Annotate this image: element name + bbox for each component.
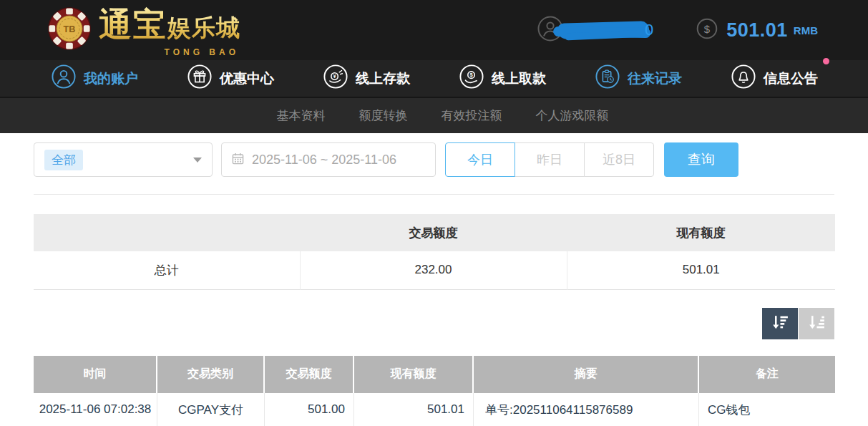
brand-en: TONG BAO bbox=[165, 47, 239, 57]
date-range-input[interactable]: 2025-11-06 ~ 2025-11-06 bbox=[221, 142, 436, 177]
nav-label: 往来记录 bbox=[628, 69, 682, 88]
dollar-circle-icon: $ bbox=[696, 18, 718, 42]
nav-item-my-account[interactable]: 我的账户 bbox=[52, 64, 138, 92]
transaction-type-select[interactable]: 全部 bbox=[34, 142, 213, 177]
sort-descending-button[interactable] bbox=[762, 308, 798, 339]
account-balance[interactable]: $ 501.01 RMB bbox=[696, 18, 818, 42]
sub-nav: 基本资料 额度转换 有效投注额 个人游戏限额 bbox=[0, 98, 868, 133]
last-8-days-button[interactable]: 近8日 bbox=[584, 142, 654, 177]
gift-icon bbox=[187, 64, 212, 92]
nav-label: 优惠中心 bbox=[220, 69, 274, 88]
col-header-type: 交易类别 bbox=[157, 356, 265, 393]
col-header-remark: 备注 bbox=[699, 356, 835, 393]
chevron-down-icon bbox=[193, 158, 202, 163]
deposit-icon: ¥ bbox=[323, 64, 348, 92]
nav-item-online-withdrawal[interactable]: $ 线上取款 bbox=[459, 64, 546, 92]
summary-total-label: 总计 bbox=[34, 251, 300, 289]
nav-label: 线上存款 bbox=[356, 69, 410, 88]
nav-item-promotions[interactable]: 优惠中心 bbox=[187, 64, 274, 92]
records-table: 时间 交易类别 交易额度 现有额度 摘要 备注 2025-11-06 07:02… bbox=[34, 356, 835, 426]
main-nav: 我的账户 优惠中心 ¥ 线上存款 bbox=[0, 60, 868, 98]
nav-item-announcements[interactable]: 信息公告 bbox=[731, 64, 818, 92]
subnav-item-basic-info[interactable]: 基本资料 bbox=[277, 107, 326, 124]
summary-transaction-amount: 232.00 bbox=[300, 251, 567, 289]
yesterday-button[interactable]: 昨日 bbox=[515, 142, 585, 177]
sort-descending-icon bbox=[771, 313, 790, 334]
nav-label: 我的账户 bbox=[84, 69, 138, 88]
records-icon bbox=[595, 64, 620, 92]
record-current-amount: 501.01 bbox=[354, 393, 474, 426]
sort-ascending-icon bbox=[807, 313, 826, 334]
summary-total-row: 总计 232.00 501.01 bbox=[34, 251, 835, 289]
user-icon bbox=[52, 64, 76, 92]
record-row: 2025-11-06 07:02:38 CGPAY支付 501.00 501.0… bbox=[34, 393, 835, 426]
nav-label: 信息公告 bbox=[764, 69, 818, 88]
summary-current-amount: 501.01 bbox=[567, 251, 835, 289]
summary-header-transaction-amount: 交易额度 bbox=[300, 214, 567, 251]
sort-controls bbox=[34, 308, 834, 339]
records-header-row: 时间 交易类别 交易额度 现有额度 摘要 备注 bbox=[34, 356, 835, 393]
nav-item-online-deposit[interactable]: ¥ 线上存款 bbox=[323, 64, 410, 92]
bell-icon bbox=[731, 64, 756, 92]
summary-header-current-amount: 现有额度 bbox=[567, 214, 835, 251]
record-remark: CG钱包 bbox=[699, 393, 835, 426]
nav-label: 线上取款 bbox=[492, 69, 546, 88]
record-transaction-amount: 501.00 bbox=[265, 393, 354, 426]
brand-cn-small: 娱乐城 bbox=[167, 12, 240, 44]
subnav-item-personal-game-limit[interactable]: 个人游戏限额 bbox=[536, 107, 609, 124]
notification-dot bbox=[823, 58, 829, 64]
username-redaction-scribble bbox=[557, 21, 650, 39]
divider bbox=[34, 194, 834, 195]
record-time: 2025-11-06 07:02:38 bbox=[34, 393, 157, 426]
selected-type-tag: 全部 bbox=[44, 150, 83, 170]
summary-table: 交易额度 现有额度 总计 232.00 501.01 bbox=[34, 214, 835, 290]
casino-chip-icon: TB bbox=[47, 6, 92, 54]
subnav-item-credit-transfer[interactable]: 额度转换 bbox=[359, 107, 408, 124]
quick-date-button-group: 今日 昨日 近8日 bbox=[445, 142, 654, 177]
filter-row: 全部 2025-11-06 ~ 2025-11-06 bbox=[34, 142, 834, 177]
site-logo[interactable]: TB 通宝 娱乐城 TONG BAO bbox=[47, 3, 240, 57]
record-summary: 单号:202511064115876589 bbox=[474, 393, 699, 426]
logged-in-user[interactable]: 0 bbox=[537, 16, 653, 44]
subnav-item-valid-bets[interactable]: 有效投注额 bbox=[442, 107, 502, 124]
balance-amount: 501.01 bbox=[726, 19, 788, 42]
svg-text:$: $ bbox=[704, 23, 711, 35]
sort-ascending-button[interactable] bbox=[799, 308, 834, 339]
today-button[interactable]: 今日 bbox=[445, 142, 515, 177]
calendar-icon bbox=[232, 153, 244, 168]
brand-text: 通宝 娱乐城 TONG BAO bbox=[99, 3, 240, 57]
withdraw-icon: $ bbox=[459, 64, 484, 92]
record-type: CGPAY支付 bbox=[157, 393, 265, 426]
col-header-time: 时间 bbox=[34, 356, 157, 393]
col-header-summary: 摘要 bbox=[474, 356, 699, 393]
main-content: 全部 2025-11-06 ~ 2025-11-06 bbox=[0, 142, 868, 426]
brand-cn-large: 通宝 bbox=[99, 3, 167, 47]
summary-header-row: 交易额度 现有额度 bbox=[34, 214, 835, 251]
nav-item-transaction-records[interactable]: 往来记录 bbox=[595, 64, 682, 92]
col-header-transaction-amount: 交易额度 bbox=[265, 356, 354, 393]
svg-text:TB: TB bbox=[64, 24, 76, 34]
username-visible-suffix: 0 bbox=[645, 21, 653, 39]
summary-header-empty bbox=[34, 214, 300, 251]
search-button[interactable]: 查询 bbox=[664, 142, 738, 177]
balance-currency: RMB bbox=[794, 24, 818, 37]
col-header-current-amount: 现有额度 bbox=[354, 356, 474, 393]
site-header: TB 通宝 娱乐城 TONG BAO 0 bbox=[0, 0, 868, 60]
date-range-value: 2025-11-06 ~ 2025-11-06 bbox=[252, 153, 396, 168]
